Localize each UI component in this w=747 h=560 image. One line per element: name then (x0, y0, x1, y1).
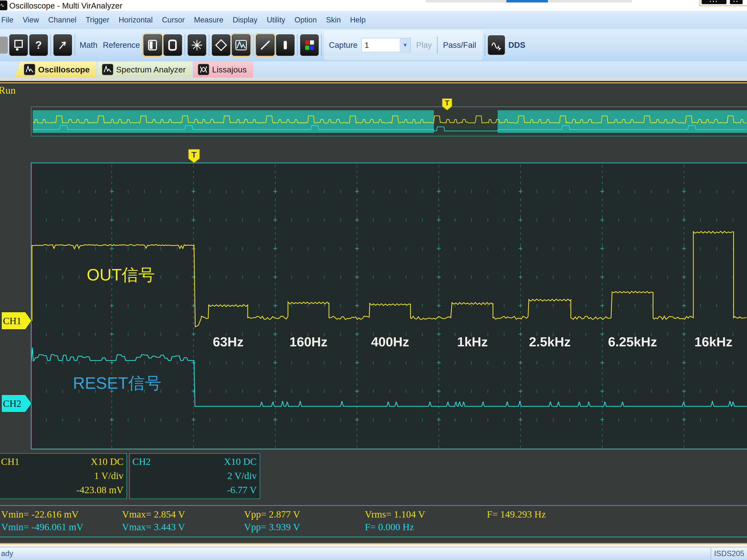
channel1-probe: X10 DC (91, 455, 124, 469)
window-title: Oscilloscope - Multi VirAnalyzer (9, 1, 122, 10)
channel1-info-box[interactable]: CH1 X10 DC 1 V/div -423.08 mV (0, 453, 127, 499)
measurement-value: Vmax= 2.854 V (122, 509, 185, 520)
menu-item-utility[interactable]: Utility (262, 11, 290, 29)
pointer-icon (56, 38, 69, 52)
run-status: Run (0, 84, 16, 96)
measurement-value: F= 0.000 Hz (365, 521, 414, 533)
measurement-value: Vmax= 3.443 V (122, 521, 185, 533)
tab-label: Lissajous (212, 65, 247, 74)
menu-item-help[interactable]: Help (345, 11, 370, 29)
bar-icon (279, 38, 292, 52)
menu-bar: FileViewChannelTriggerHorizontalCursorMe… (0, 11, 747, 29)
toolbar-separator (253, 35, 254, 56)
menu-item-view[interactable]: View (18, 11, 44, 29)
toolbar-separator (485, 35, 485, 56)
line-interpolation-button[interactable] (256, 34, 275, 56)
background-taskbar-fragment: ••• •• (699, 0, 747, 6)
device-model: ISDS205 (714, 549, 744, 558)
measurement-value: Vpp= 3.939 V (244, 521, 300, 533)
status-bar (0, 547, 747, 560)
color-palette-button[interactable] (300, 34, 319, 56)
diagonal-line-icon (259, 38, 272, 52)
status-divider (711, 548, 711, 560)
separator-line (0, 505, 747, 506)
save-button[interactable] (9, 34, 28, 56)
taskbar-fragment-icon: ••• (702, 0, 726, 4)
measurements-ch2: Vmin= -496.061 mVVmax= 3.443 VVpp= 3.939… (0, 521, 747, 533)
status-text: ady (1, 549, 13, 558)
toolbar-divider (437, 36, 438, 54)
oscilloscope-app: ∿ Oscilloscope - Multi VirAnalyzer ••• •… (0, 0, 747, 560)
menu-item-trigger[interactable]: Trigger (81, 11, 114, 29)
reference-button[interactable]: Reference (101, 41, 142, 50)
tab-label: Spectrum Analyzer (116, 65, 186, 74)
help-button[interactable]: ? (29, 34, 48, 56)
channel2-probe: X10 DC (224, 455, 257, 469)
clipped-toolbar-icon[interactable] (0, 36, 8, 54)
yt-mode-icon (147, 38, 159, 52)
measurement-value: Vmin= -496.061 mV (1, 521, 83, 533)
taskbar-fragment-icon: •• (730, 0, 743, 4)
tabbar-underline (0, 78, 747, 81)
menu-item-skin[interactable]: Skin (321, 11, 345, 29)
toolbar-separator (321, 35, 322, 56)
menu-item-file[interactable]: File (0, 11, 18, 29)
toolbar-separator (74, 35, 75, 56)
menu-item-display[interactable]: Display (228, 11, 262, 29)
diamond-icon (215, 38, 228, 52)
menu-item-measure[interactable]: Measure (189, 11, 228, 29)
dds-button[interactable] (488, 35, 505, 55)
toolbar-separator (297, 35, 298, 56)
toolbar-separator (184, 35, 185, 56)
math-button[interactable]: Math (78, 41, 99, 50)
measurements-ch1: Vmin= -22.616 mVVmax= 2.854 VVpp= 2.877 … (0, 509, 747, 521)
background-window-strip (426, 0, 632, 2)
background-window-strip-highlight (506, 0, 548, 2)
palette-icon (303, 38, 316, 52)
pass-fail-button[interactable]: Pass/Fail (439, 41, 480, 50)
measurement-value: Vmin= -22.616 mV (1, 509, 79, 520)
app-icon: ∿ (0, 0, 7, 10)
toolbar-separator (50, 35, 51, 56)
capture-group: Capture 1 ▼ Play Pass/Fail (324, 30, 482, 60)
tab-bar: Oscilloscope Spectrum Analyzer Lissajous (0, 61, 747, 78)
capture-label: Capture (327, 41, 359, 50)
white-band (0, 544, 747, 547)
capture-value: 1 (362, 41, 400, 50)
dot-display-button[interactable] (276, 34, 294, 56)
title-bar: ∿ Oscilloscope - Multi VirAnalyzer ••• •… (0, 0, 747, 11)
menu-item-channel[interactable]: Channel (44, 11, 81, 29)
fullscreen-button[interactable] (163, 34, 182, 56)
toolbar-separator (209, 35, 209, 56)
chevron-down-icon[interactable]: ▼ (400, 38, 410, 52)
autoset-button[interactable] (188, 34, 206, 56)
menu-item-option[interactable]: Option (290, 11, 321, 29)
autoset-icon (190, 38, 203, 52)
channel1-name: CH1 (1, 455, 20, 469)
channel1-offset: -423.08 mV (76, 483, 124, 497)
spectrum-analyzer-icon (102, 64, 113, 75)
dds-label[interactable]: DDS (506, 41, 527, 50)
channel1-vdiv: 1 V/div (94, 469, 124, 483)
waveform-icon (235, 38, 248, 52)
save-icon (12, 38, 25, 52)
pointer-button[interactable] (53, 34, 72, 56)
yt-mode-button[interactable] (144, 34, 162, 56)
question-icon: ? (35, 39, 42, 51)
tab-lissajous[interactable]: Lissajous (193, 61, 253, 78)
tab-spectrum-analyzer[interactable]: Spectrum Analyzer (97, 61, 192, 78)
play-button[interactable]: Play (413, 41, 435, 50)
tab-oscilloscope[interactable]: Oscilloscope (14, 61, 96, 78)
lissajous-icon (198, 64, 209, 75)
channel2-info-box[interactable]: CH2 X10 DC 2 V/div -6.77 V (129, 453, 260, 499)
persistence-display-button[interactable] (232, 34, 250, 56)
channel2-offset: -6.77 V (227, 483, 257, 497)
oscilloscope-icon (24, 64, 35, 75)
capture-select[interactable]: 1 ▼ (361, 38, 411, 52)
tab-label: Oscilloscope (38, 65, 90, 74)
screen-icon (166, 38, 179, 52)
menu-item-horizontal[interactable]: Horizontal (114, 11, 157, 29)
toolbar: ? Math Reference (0, 29, 747, 61)
zoom-window-button[interactable] (212, 34, 230, 56)
menu-item-cursor[interactable]: Cursor (157, 11, 189, 29)
